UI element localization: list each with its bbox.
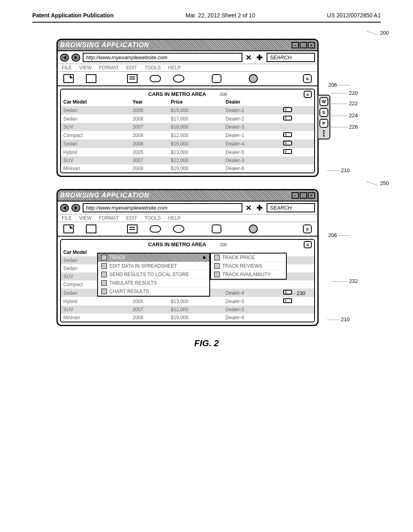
content-title-row: CARS IN METRO AREA 208 o [61, 89, 314, 98]
table-row: SUV2007$18,000Dealer-3 [61, 123, 314, 131]
back-button[interactable] [60, 54, 69, 62]
ref-220: 220 [332, 90, 358, 96]
menu-item-chart[interactable]: CHART RESULTS [98, 287, 209, 296]
content-widget-button[interactable]: o [304, 241, 312, 248]
menubar: FILE VIEW FORMAT EDIT TOOLS HELP [58, 214, 317, 222]
content-pane: CARS IN METRO AREA 208 o Car Model Sedan… [60, 239, 315, 322]
maximize-icon[interactable]: □ [300, 42, 307, 48]
close-icon[interactable]: × [308, 42, 315, 48]
scroll-icon[interactable] [283, 298, 292, 303]
menu-format[interactable]: FORMAT [99, 65, 119, 71]
cloud-icon[interactable] [150, 225, 161, 233]
menu-file[interactable]: FILE [62, 215, 72, 221]
folder-icon[interactable] [86, 224, 96, 233]
list-icon[interactable] [127, 74, 138, 83]
content-title-row: CARS IN METRO AREA 208 o [61, 240, 314, 248]
widget-btn-p[interactable]: P [319, 119, 328, 128]
scroll-icon[interactable] [283, 132, 292, 137]
eye-icon[interactable] [173, 225, 184, 233]
menu-item-track[interactable]: TRACK [98, 254, 209, 262]
sheet-label: Mar. 22, 2012 Sheet 2 of 10 [186, 12, 255, 19]
add-icon[interactable]: ✚ [255, 53, 264, 62]
page-header: Patent Application Publication Mar. 22, … [0, 0, 413, 22]
close-icon[interactable]: × [308, 192, 315, 199]
list-icon[interactable] [127, 224, 138, 233]
widget-btn-s[interactable]: S [319, 108, 328, 117]
table-row: SUV2007$12,000Dealer-3 [61, 305, 314, 314]
menu-view[interactable]: VIEW [79, 65, 92, 71]
content-title: CARS IN METRO AREA [148, 91, 206, 97]
scroll-icon[interactable] [283, 107, 292, 112]
forward-button[interactable] [71, 54, 80, 62]
pub-number: US 2012/0072850 A1 [327, 12, 381, 19]
send-icon [101, 272, 107, 277]
side-widget-panel: W S P ••• [318, 95, 330, 139]
menu-tools[interactable]: TOOLS [144, 215, 161, 221]
content-widget-button[interactable]: o [304, 91, 312, 98]
minimize-icon[interactable]: – [292, 42, 299, 48]
navbar: http://www.myexamplewebsite.com ✕ ✚ SEAR… [58, 51, 317, 64]
widget-btn-w[interactable]: W [319, 97, 328, 106]
toolbar-widget-button[interactable]: o [303, 74, 312, 83]
new-doc-icon[interactable] [63, 224, 74, 233]
scroll-icon[interactable] [283, 116, 292, 121]
url-input[interactable]: http://www.myexamplewebsite.com [83, 203, 242, 212]
menu-edit[interactable]: EDIT [126, 215, 137, 221]
maximize-icon[interactable]: □ [300, 192, 307, 199]
globe-icon[interactable] [249, 74, 258, 83]
window-controls: – □ × [292, 192, 315, 199]
menu-item-track-reviews[interactable]: TRACK REVIEWS [211, 262, 286, 270]
chevron-right-icon [203, 256, 206, 260]
database-icon[interactable] [212, 224, 221, 233]
table-row: Minivan2008$19,000Dealer-6 [61, 314, 314, 322]
scroll-icon[interactable] [283, 149, 292, 154]
menu-item-tabulate[interactable]: TABULATE RESULTS [98, 279, 209, 287]
ref-226: 226 [332, 124, 358, 130]
menu-edit[interactable]: EDIT [126, 65, 137, 71]
folder-icon[interactable] [86, 74, 96, 83]
browser-window-2: BROWSING APPLICATION – □ × http://www.my… [56, 189, 319, 326]
scroll-icon[interactable] [283, 141, 292, 145]
col-price: Price [169, 98, 223, 106]
context-menu-submenu: TRACK PRICE TRACK REVIEWS TRACK AVAILABI… [210, 253, 287, 280]
window-title: BROWSING APPLICATION [60, 192, 149, 199]
pub-label: Patent Application Publication [32, 12, 114, 19]
cloud-icon[interactable] [150, 75, 161, 82]
search-input[interactable]: SEARCH [267, 53, 315, 62]
content-title: CARS IN METRO AREA [148, 241, 206, 247]
menu-tools[interactable]: TOOLS [144, 65, 161, 71]
globe-icon[interactable] [249, 224, 258, 233]
eye-icon[interactable] [173, 75, 184, 83]
clear-icon[interactable]: ✕ [245, 204, 252, 212]
ref-208: 208 [207, 92, 227, 97]
ref-230: 230 [285, 290, 305, 296]
menu-item-edit-spreadsheet[interactable]: EDIT DATA IN SPREADSHEET [98, 262, 209, 270]
menu-view[interactable]: VIEW [79, 215, 92, 221]
menu-item-send-local[interactable]: SEND RESULTS TO LOCAL STORE [98, 270, 209, 279]
menu-file[interactable]: FILE [62, 65, 72, 71]
col-dealer: Dealer [223, 98, 280, 106]
track-icon [101, 255, 107, 260]
menu-item-track-price[interactable]: TRACK PRICE [211, 254, 286, 262]
add-icon[interactable]: ✚ [255, 204, 264, 212]
table-row: Minivan2008$19,000Dealer-6 [61, 164, 314, 172]
new-doc-icon[interactable] [63, 74, 74, 83]
ref-206b: 206 [328, 232, 350, 238]
minimize-icon[interactable]: – [292, 192, 299, 199]
toolbar-widget-button[interactable]: o [303, 224, 312, 233]
more-dots-icon[interactable]: ••• [319, 130, 328, 137]
menu-format[interactable]: FORMAT [99, 215, 119, 221]
ref-208b: 208 [207, 242, 227, 247]
forward-button[interactable] [71, 204, 80, 212]
clear-icon[interactable]: ✕ [245, 53, 252, 62]
url-input[interactable]: http://www.myexamplewebsite.com [83, 53, 242, 62]
database-icon[interactable] [212, 74, 221, 83]
window-controls: – □ × [292, 42, 315, 48]
price-icon [214, 255, 220, 260]
back-button[interactable] [60, 204, 69, 212]
menu-help[interactable]: HELP [168, 215, 181, 221]
table-row: Sedan2008$17,000Dealer-2 [61, 114, 314, 123]
menu-item-track-availability[interactable]: TRACK AVAILABILITY [211, 270, 286, 279]
menu-help[interactable]: HELP [168, 65, 181, 71]
search-input[interactable]: SEARCH [267, 203, 315, 212]
